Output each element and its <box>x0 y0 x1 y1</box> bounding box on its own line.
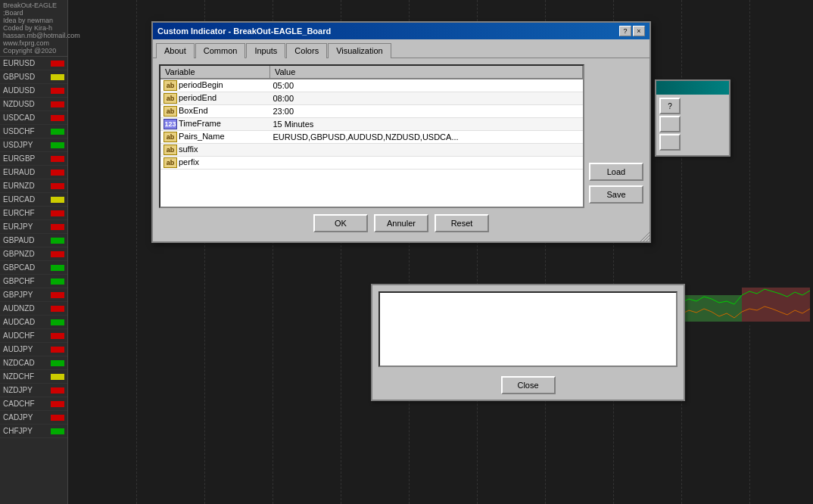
variables-table-container[interactable]: Variable Value abperiodBegin 05:00 <box>159 64 584 208</box>
help-button[interactable]: ? <box>619 26 631 36</box>
type-icon-ab: ab <box>164 145 177 155</box>
val-cell[interactable]: 23:00 <box>269 105 582 118</box>
col-value: Value <box>269 66 582 79</box>
secondary-dialog: ? <box>655 79 730 157</box>
var-cell: 123TimeFrame <box>160 118 269 131</box>
secondary-dialog-titlebar <box>656 81 729 95</box>
table-row[interactable]: abBoxEnd 23:00 <box>160 105 583 118</box>
secondary-dialog-btn3[interactable] <box>659 134 681 151</box>
secondary-dialog-content: ? <box>656 95 729 155</box>
load-button[interactable]: Load <box>589 163 643 181</box>
tab-bar: About Common Inputs Colors Visualization <box>153 39 649 58</box>
val-cell[interactable] <box>269 144 582 157</box>
tertiary-dialog: Close <box>371 284 685 401</box>
tertiary-dialog-content <box>378 291 678 367</box>
tab-common[interactable]: Common <box>195 43 246 58</box>
var-cell: abperfix <box>160 157 269 170</box>
close-btn-container: Close <box>372 373 684 397</box>
type-icon-ab: ab <box>164 93 177 104</box>
tab-inputs[interactable]: Inputs <box>246 43 285 58</box>
var-cell: abBoxEnd <box>160 105 269 118</box>
secondary-dialog-btn1[interactable]: ? <box>659 98 681 114</box>
table-row[interactable]: abPairs_Name EURUSD,GBPUSD,AUDUSD,NZDUSD… <box>160 131 583 144</box>
dialog-titlebar: Custom Indicator - BreakOut-EAGLE_Board … <box>153 23 649 39</box>
variables-table: Variable Value abperiodBegin 05:00 <box>160 66 583 170</box>
ok-button[interactable]: OK <box>313 214 368 232</box>
type-icon-img: 123 <box>164 119 177 129</box>
var-cell: abPairs_Name <box>160 131 269 144</box>
type-icon-ab: ab <box>164 106 177 117</box>
tab-visualization[interactable]: Visualization <box>328 43 391 58</box>
tab-about[interactable]: About <box>156 43 195 58</box>
col-variable: Variable <box>160 66 269 79</box>
type-icon-ab: ab <box>164 157 177 168</box>
dialog-title: Custom Indicator - BreakOut-EAGLE_Board <box>157 26 331 36</box>
reset-button[interactable]: Reset <box>435 214 489 232</box>
secondary-dialog-btn2[interactable] <box>659 116 681 132</box>
content-area: Variable Value abperiodBegin 05:00 <box>159 64 643 208</box>
annuler-button[interactable]: Annuler <box>374 214 428 232</box>
save-button[interactable]: Save <box>589 185 643 204</box>
table-row[interactable]: abperiodEnd 08:00 <box>160 92 583 105</box>
type-icon-ab: ab <box>164 80 177 91</box>
titlebar-buttons: ? × <box>619 26 645 36</box>
val-cell[interactable]: EURUSD,GBPUSD,AUDUSD,NZDUSD,USDCA... <box>269 131 582 144</box>
modal-overlay: Custom Indicator - BreakOut-EAGLE_Board … <box>0 0 813 504</box>
svg-line-4 <box>646 238 649 241</box>
side-buttons: Load Save <box>589 64 643 208</box>
dialog-content: Variable Value abperiodBegin 05:00 <box>153 58 649 241</box>
table-row[interactable]: abperiodBegin 05:00 <box>160 79 583 92</box>
bottom-buttons: OK Annuler Reset <box>159 208 643 235</box>
table-row[interactable]: abperfix <box>160 157 583 170</box>
type-icon-ab: ab <box>164 132 177 142</box>
val-cell[interactable] <box>269 157 582 170</box>
custom-indicator-dialog: Custom Indicator - BreakOut-EAGLE_Board … <box>151 21 651 243</box>
val-cell[interactable]: 08:00 <box>269 92 582 105</box>
table-row[interactable]: 123TimeFrame 15 Minutes <box>160 118 583 131</box>
val-cell[interactable]: 15 Minutes <box>269 118 582 131</box>
var-cell: abperiodBegin <box>160 79 269 92</box>
tab-colors[interactable]: Colors <box>286 43 327 58</box>
table-row[interactable]: absuffix <box>160 144 583 157</box>
val-cell[interactable]: 05:00 <box>269 79 582 92</box>
var-cell: abperiodEnd <box>160 92 269 105</box>
table-wrapper: Variable Value abperiodBegin 05:00 <box>159 64 584 208</box>
var-cell: absuffix <box>160 144 269 157</box>
svg-line-3 <box>643 235 649 241</box>
tertiary-close-button[interactable]: Close <box>501 376 556 394</box>
resize-handle[interactable] <box>640 232 649 241</box>
close-button[interactable]: × <box>633 26 645 36</box>
